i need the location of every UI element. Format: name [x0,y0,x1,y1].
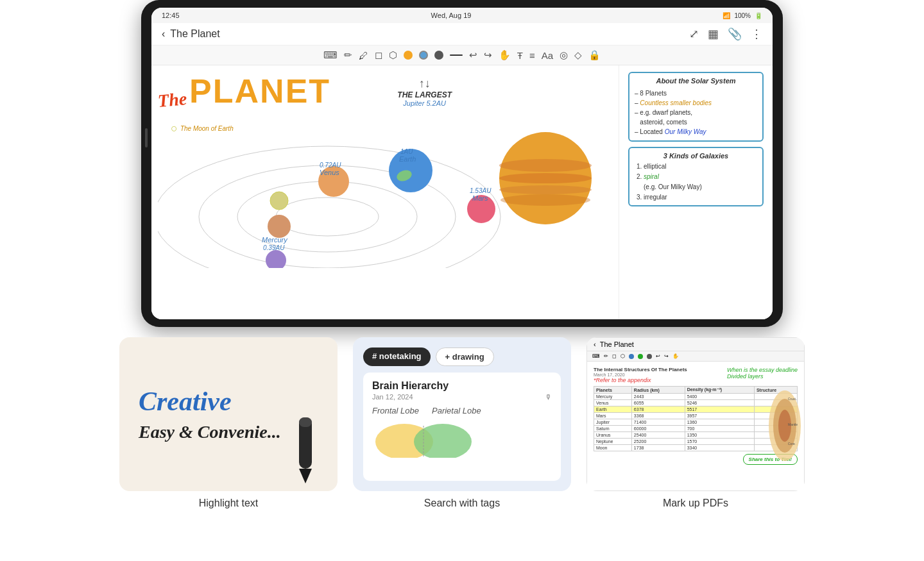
lock-icon[interactable]: 🔒 [588,49,601,61]
about-list: 8 Planets Countless smaller bodies e.g. … [635,87,757,138]
largest-title: THE LARGEST [397,90,452,99]
svg-text:Mantle: Mantle [788,423,798,426]
markup-tool-3: ◻ [612,353,617,359]
eraser-icon[interactable]: ◻ [375,49,382,61]
svg-text:0.72AU: 0.72AU [320,162,341,169]
about-item-4: Located Our Milky Way [635,127,757,137]
shape-icon[interactable]: ◇ [574,49,582,61]
pencil-icon[interactable]: ✏ [344,49,352,61]
highlight-bg: Creative Easy & Convenie... [119,337,338,491]
svg-text:1AU: 1AU [400,148,413,155]
planet-title: The PLANET [158,72,612,110]
more-icon[interactable]: ⋮ [751,27,762,41]
pdf-title: The Internal Structures Of The Planets [594,367,687,373]
svg-point-20 [499,185,592,194]
galaxy-3: irregular [644,192,757,203]
svg-point-19 [499,173,592,183]
nav-bar: ‹ The Planet ⤢ ▦ 📎 ⋮ [151,23,773,46]
row-earth: Earth63785517 [594,406,798,413]
pdf-header: The Internal Structures Of The Planets M… [594,367,798,383]
text-format-icon[interactable]: Ŧ [517,50,523,61]
markup-tool-1: ⌨ [592,353,600,359]
toolbar: ⌨ ✏ 🖊 ◻ ⬡ ↩ ↪ ✋ Ŧ ≡ Aa ◎ ◇ 🔒 [151,46,773,65]
galaxy-2: spiral(e.g. Our Milky Way) [644,172,757,192]
tablet: 12:45 Wed, Aug 19 📶 100% 🔋 ‹ The Planet … [141,0,783,327]
markup-undo: ↩ [656,353,660,359]
markup-color-blue [629,354,634,359]
row-venus: Venus60555246 [594,400,798,406]
markup-nav-title: The Planet [600,340,634,348]
battery-text: 100% [734,12,751,19]
pen-icon[interactable]: 🖊 [359,50,368,61]
line-tool[interactable] [450,54,463,56]
status-time: 12:45 [162,12,180,19]
easy-text: Easy & Convenie... [139,422,281,442]
bottom-features: Creative Easy & Convenie... Highlight te… [0,337,924,509]
galaxies-box: 3 Kinds of Galaxies elliptical spiral(e.… [628,147,764,207]
row-mars: Mars33683957 [594,413,798,419]
feature-search: # notetaking + drawing Brain Hierarchy J… [353,337,571,509]
col-planet: Planets [594,387,632,394]
attach-icon[interactable]: 📎 [728,27,742,41]
hand-icon[interactable]: ✋ [499,49,511,61]
indent-icon[interactable]: ≡ [529,50,535,61]
tag-notetaking[interactable]: # notetaking [363,347,431,366]
markup-pdf-content: The Internal Structures Of The Planets M… [587,362,804,490]
markup-thumbnail: ‹ The Planet ⌨ ✏ ◻ ⬡ ↩ ↪ ✋ [586,337,805,491]
sticker-icon[interactable]: ◎ [560,49,568,61]
pdf-subtitle: *Refer to the appendix [594,377,687,383]
nav-title: The Planet [170,28,219,40]
nav-left[interactable]: ‹ The Planet [162,28,220,40]
tablet-screen: 12:45 Wed, Aug 19 📶 100% 🔋 ‹ The Planet … [151,8,773,319]
side-button [145,128,148,147]
svg-rect-26 [299,417,312,427]
keyboard-icon[interactable]: ⌨ [323,49,338,61]
lasso-icon[interactable]: ⬡ [389,49,397,61]
svg-point-21 [501,194,590,206]
markup-color-dark [647,354,652,359]
redo-icon[interactable]: ↪ [484,49,492,61]
markup-toolbar: ⌨ ✏ ◻ ⬡ ↩ ↪ ✋ [587,351,804,362]
arrows-icon: ↑↓ [397,77,452,90]
planets-diagram: Mercury 0.39AU Venus 0.72AU Earth 1AU [158,114,612,268]
note-card-content: Frontal Lobe Parietal Lobe [372,406,552,415]
svg-text:Crust: Crust [788,397,796,401]
markup-tool-2: ✏ [604,353,608,359]
status-date: Wed, Aug 19 [431,12,472,19]
galaxies-title: 3 Kinds of Galaxies [635,151,757,162]
search-label: Search with tags [424,498,500,509]
markup-color-green [638,354,643,359]
expand-icon[interactable]: ⤢ [689,27,699,41]
note-drawing: The PLANET ↑↓ THE LARGEST Jupiter 5.2AU … [151,65,619,319]
svg-point-0 [276,197,379,236]
solar-system-svg: Mercury 0.39AU Venus 0.72AU Earth 1AU [158,114,612,268]
text-size-icon[interactable]: Aa [542,50,553,61]
color-orange[interactable] [404,51,413,60]
about-item-3: e.g. dwarf planets, asteroid, comets [635,108,757,127]
markup-tool-4: ⬡ [620,353,625,359]
svg-marker-25 [299,469,312,483]
undo-icon[interactable]: ↩ [469,49,477,61]
markup-bg: ‹ The Planet ⌨ ✏ ◻ ⬡ ↩ ↪ ✋ [586,337,805,491]
status-right: 📶 100% 🔋 [723,12,762,19]
feature-markup: ‹ The Planet ⌨ ✏ ◻ ⬡ ↩ ↪ ✋ [586,337,805,509]
row-jupiter: Jupiter714001360 [594,419,798,426]
view-icon[interactable]: ▦ [708,27,719,41]
essay-annotation: When is the essay deadline [727,367,798,373]
note-card: Brain Hierarchy Jan 12, 2024 🎙 Frontal L… [363,373,561,481]
markup-hand: ✋ [672,353,679,359]
color-dark[interactable] [434,51,443,60]
highlight-label: Highlight text [199,498,259,509]
col-radius: Radius (km) [631,387,685,394]
tag-drawing[interactable]: + drawing [436,347,494,366]
markup-nav: ‹ The Planet [587,338,804,351]
svg-point-18 [499,159,592,172]
row-saturn: Saturn60000700 [594,426,798,432]
back-chevron[interactable]: ‹ [162,28,165,40]
note-area: The PLANET ↑↓ THE LARGEST Jupiter 5.2AU … [151,65,773,319]
creative-text: Creative [139,386,232,417]
color-blue[interactable] [419,51,428,60]
search-thumbnail: # notetaking + drawing Brain Hierarchy J… [353,337,571,491]
note-card-date: Jan 12, 2024 🎙 [372,393,552,401]
feature-highlight: Creative Easy & Convenie... Highlight te… [119,337,338,509]
